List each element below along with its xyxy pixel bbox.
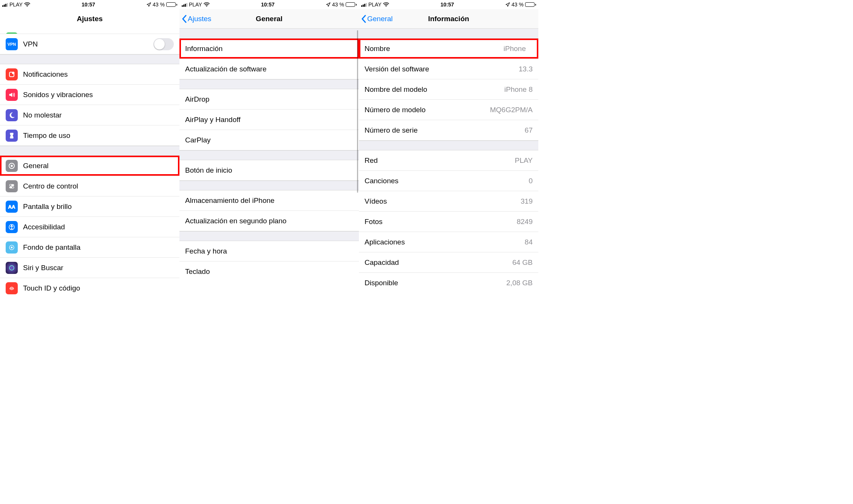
chevron-right-icon [529,46,533,52]
row-value: 13.3 [519,65,533,73]
row-available[interactable]: Disponible 2,08 GB [359,273,538,293]
clock: 10:57 [440,2,454,8]
row-display[interactable]: AA Pantalla y brillo [0,196,179,217]
row-label: Tiempo de uso [23,131,70,140]
row-accessibility[interactable]: Accesibilidad [0,217,179,237]
chevron-right-icon [349,137,353,143]
row-airdrop[interactable]: AirDrop [179,89,359,110]
row-label: Versión del software [365,65,429,73]
row-label: Fondo de pantalla [23,243,80,252]
row-general[interactable]: General [0,156,179,176]
row-label: Fecha y hora [185,247,227,255]
row-dnd[interactable]: No molestar [0,105,179,125]
chevron-right-icon [349,269,353,275]
row-label: Touch ID y código [23,284,80,292]
clock: 10:57 [261,2,275,8]
row-value: 8249 [517,218,533,226]
chevron-right-icon [170,133,174,139]
carrier-label: PLAY [189,2,202,8]
row-modelname[interactable]: Nombre del modelo iPhone 8 [359,79,538,100]
row-touchid[interactable]: Touch ID y código [0,278,179,298]
row-label: CarPlay [185,136,211,144]
row-bgrefresh[interactable]: Actualización en segundo plano [179,211,359,231]
row-value: iPhone 8 [504,85,533,94]
row-softwareupdate[interactable]: Actualización de software [179,59,359,79]
display-icon: AA [6,201,18,213]
row-label: Información [185,45,223,53]
row-value: MQ6G2PM/A [490,106,533,114]
row-about[interactable]: Información [179,39,359,59]
svg-point-14 [9,266,14,270]
row-hotspot-peek[interactable]: Punto de acceso personal No [0,29,179,34]
row-label: VPN [23,40,38,48]
back-button[interactable]: General [361,9,393,28]
row-label: Aplicaciones [365,238,405,246]
row-apps[interactable]: Aplicaciones 84 [359,232,538,252]
row-label: General [23,162,49,170]
row-homebutton[interactable]: Botón de inicio [179,160,359,181]
chevron-right-icon [349,248,353,254]
svg-text:AA: AA [8,204,15,210]
row-sounds[interactable]: Sonidos y vibraciones [0,85,179,105]
svg-point-13 [11,247,12,248]
chevron-right-icon [349,66,353,72]
sounds-icon [6,89,18,101]
chevron-right-icon [170,92,174,98]
row-capacity[interactable]: Capacidad 64 GB [359,252,538,273]
row-datetime[interactable]: Fecha y hora [179,241,359,261]
row-label: Actualización de software [185,65,266,73]
row-photos[interactable]: Fotos 8249 [359,212,538,232]
screen-ajustes: PLAY 10:57 43 % Ajustes Punto de acceso … [0,0,179,317]
clock: 10:57 [82,2,95,8]
row-version[interactable]: Versión del software 13.3 [359,59,538,79]
row-carplay[interactable]: CarPlay [179,130,359,150]
back-button[interactable]: Ajustes [182,9,211,28]
row-videos[interactable]: Vídeos 319 [359,191,538,212]
row-value: 2,08 GB [506,279,533,287]
row-label: Canciones [365,177,399,185]
status-bar: PLAY 10:57 43 % [0,0,179,9]
row-storage[interactable]: Almacenamiento del iPhone [179,190,359,211]
row-airplay[interactable]: AirPlay y Handoff [179,110,359,130]
screen-general: PLAY 10:57 43 % Ajustes General Informac… [179,0,359,317]
row-label: Accesibilidad [23,223,65,231]
chevron-right-icon [170,285,174,291]
chevron-right-icon [349,167,353,173]
row-wallpaper[interactable]: Fondo de pantalla [0,237,179,258]
row-serial[interactable]: Número de serie 67 [359,120,538,141]
row-value: 0 [528,177,533,185]
battery-icon [525,2,536,7]
row-label: No molestar [23,111,62,119]
nav-bar: General Información [359,9,538,29]
wifi-icon [24,2,30,7]
row-network[interactable]: Red PLAY [359,150,538,171]
row-label: Siri y Buscar [23,264,63,272]
row-keyboard[interactable]: Teclado [179,261,359,282]
row-label: Número de modelo [365,106,426,114]
accessibility-icon [6,221,18,233]
row-value: 64 GB [512,258,533,267]
row-siri[interactable]: Siri y Buscar [0,258,179,278]
row-label: AirDrop [185,95,209,104]
scrollbar[interactable] [357,30,358,193]
row-screentime[interactable]: Tiempo de uso [0,125,179,146]
row-vpn[interactable]: VPN VPN [0,34,179,54]
location-icon [326,2,331,7]
row-name[interactable]: Nombre iPhone [359,39,538,59]
row-notifications[interactable]: Notificaciones [0,64,179,85]
chevron-right-icon [349,198,353,204]
status-bar: PLAY 10:57 43 % [179,0,359,9]
wifi-icon [204,2,210,7]
chevron-left-icon [182,15,187,23]
row-controlcenter[interactable]: Centro de control [0,176,179,196]
page-title: Información [428,15,469,23]
row-label: Red [365,156,378,165]
row-modelnum[interactable]: Número de modelo MQ6G2PM/A [359,100,538,120]
row-label: Sonidos y vibraciones [23,91,93,99]
vpn-toggle[interactable] [153,38,174,50]
chevron-right-icon [170,71,174,77]
row-label: Fotos [365,218,383,226]
dnd-icon [6,109,18,121]
row-songs[interactable]: Canciones 0 [359,171,538,191]
svg-point-2 [12,72,14,74]
